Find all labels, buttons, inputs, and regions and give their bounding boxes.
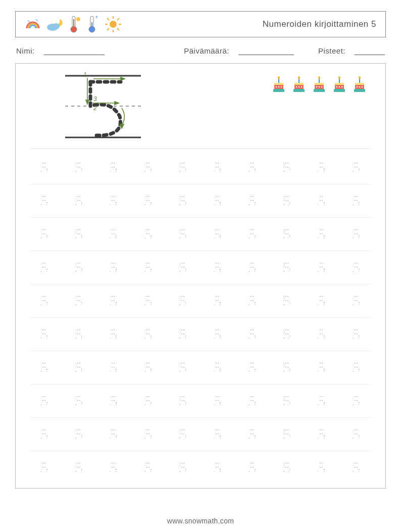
practice-cell[interactable]: 5 [31, 225, 58, 244]
practice-cell[interactable]: 5 [343, 292, 370, 310]
practice-cell[interactable]: 5 [31, 392, 58, 410]
practice-cell[interactable]: 5 [343, 258, 370, 277]
practice-cell[interactable]: 5 [274, 292, 301, 310]
practice-cell[interactable]: 5 [274, 458, 301, 477]
practice-cell[interactable]: 5 [100, 358, 127, 377]
practice-cell[interactable]: 5 [135, 425, 162, 444]
practice-cell[interactable]: 5 [31, 458, 58, 477]
practice-cell[interactable]: 5 [66, 225, 93, 244]
practice-cell[interactable]: 5 [100, 225, 127, 244]
practice-cell[interactable]: 5 [170, 325, 197, 344]
practice-cell[interactable]: 5 [31, 292, 58, 310]
practice-cell[interactable]: 5 [343, 325, 370, 344]
practice-cell[interactable]: 5 [274, 325, 301, 344]
practice-cell[interactable]: 5 [100, 158, 127, 177]
practice-cell[interactable]: 5 [239, 158, 266, 177]
practice-cell[interactable]: 5 [100, 458, 127, 477]
practice-cell[interactable]: 5 [135, 358, 162, 377]
practice-cell[interactable]: 5 [31, 325, 58, 344]
practice-cell[interactable]: 5 [308, 292, 335, 310]
name-blank[interactable] [44, 46, 105, 55]
practice-cell[interactable]: 5 [204, 392, 231, 410]
practice-cell[interactable]: 5 [274, 392, 301, 410]
practice-cell[interactable]: 5 [204, 358, 231, 377]
practice-cell[interactable]: 5 [135, 191, 162, 210]
practice-cell[interactable]: 5 [66, 358, 93, 377]
practice-cell[interactable]: 5 [274, 358, 301, 377]
practice-cell[interactable]: 5 [274, 258, 301, 277]
practice-cell[interactable]: 5 [204, 425, 231, 444]
practice-cell[interactable]: 5 [308, 392, 335, 410]
practice-cell[interactable]: 5 [135, 258, 162, 277]
practice-cell[interactable]: 5 [100, 292, 127, 310]
practice-cell[interactable]: 5 [239, 392, 266, 410]
practice-cell[interactable]: 5 [66, 392, 93, 410]
practice-cell[interactable]: 5 [308, 358, 335, 377]
practice-cell[interactable]: 5 [239, 191, 266, 210]
practice-cell[interactable]: 5 [239, 458, 266, 477]
practice-cell[interactable]: 5 [308, 458, 335, 477]
practice-cell[interactable]: 5 [31, 158, 58, 177]
practice-cell[interactable]: 5 [343, 425, 370, 444]
practice-cell[interactable]: 5 [239, 358, 266, 377]
practice-cell[interactable]: 5 [308, 158, 335, 177]
practice-cell[interactable]: 5 [170, 258, 197, 277]
practice-cell[interactable]: 5 [343, 358, 370, 377]
practice-cell[interactable]: 5 [100, 392, 127, 410]
practice-cell[interactable]: 5 [204, 292, 231, 310]
practice-cell[interactable]: 5 [239, 425, 266, 444]
practice-cell[interactable]: 5 [308, 191, 335, 210]
practice-cell[interactable]: 5 [31, 258, 58, 277]
practice-cell[interactable]: 5 [239, 225, 266, 244]
practice-cell[interactable]: 5 [66, 191, 93, 210]
practice-cell[interactable]: 5 [100, 425, 127, 444]
practice-cell[interactable]: 5 [135, 158, 162, 177]
practice-cell[interactable]: 5 [66, 158, 93, 177]
practice-cell[interactable]: 5 [308, 425, 335, 444]
practice-cell[interactable]: 5 [100, 191, 127, 210]
practice-cell[interactable]: 5 [135, 225, 162, 244]
practice-cell[interactable]: 5 [274, 191, 301, 210]
practice-grid[interactable]: 5555555555555555555555555555555555555555… [30, 151, 371, 484]
practice-cell[interactable]: 5 [274, 158, 301, 177]
practice-cell[interactable]: 5 [170, 225, 197, 244]
practice-cell[interactable]: 5 [239, 325, 266, 344]
practice-cell[interactable]: 5 [170, 425, 197, 444]
practice-cell[interactable]: 5 [308, 225, 335, 244]
practice-cell[interactable]: 5 [170, 292, 197, 310]
practice-cell[interactable]: 5 [135, 292, 162, 310]
score-blank[interactable] [355, 46, 385, 55]
practice-cell[interactable]: 5 [170, 458, 197, 477]
practice-cell[interactable]: 5 [66, 258, 93, 277]
practice-cell[interactable]: 5 [135, 325, 162, 344]
practice-cell[interactable]: 5 [31, 425, 58, 444]
practice-cell[interactable]: 5 [135, 392, 162, 410]
practice-cell[interactable]: 5 [204, 158, 231, 177]
practice-cell[interactable]: 5 [170, 158, 197, 177]
practice-cell[interactable]: 5 [170, 191, 197, 210]
practice-cell[interactable]: 5 [135, 458, 162, 477]
practice-cell[interactable]: 5 [343, 158, 370, 177]
practice-cell[interactable]: 5 [239, 292, 266, 310]
practice-cell[interactable]: 5 [66, 292, 93, 310]
practice-cell[interactable]: 5 [31, 191, 58, 210]
practice-cell[interactable]: 5 [343, 392, 370, 410]
practice-cell[interactable]: 5 [100, 325, 127, 344]
date-blank[interactable] [238, 46, 294, 55]
practice-cell[interactable]: 5 [308, 258, 335, 277]
practice-cell[interactable]: 5 [170, 392, 197, 410]
practice-cell[interactable]: 5 [274, 225, 301, 244]
practice-cell[interactable]: 5 [204, 258, 231, 277]
practice-cell[interactable]: 5 [66, 325, 93, 344]
practice-cell[interactable]: 5 [343, 458, 370, 477]
practice-cell[interactable]: 5 [66, 458, 93, 477]
practice-cell[interactable]: 5 [204, 191, 231, 210]
practice-cell[interactable]: 5 [204, 325, 231, 344]
practice-cell[interactable]: 5 [308, 325, 335, 344]
practice-cell[interactable]: 5 [239, 258, 266, 277]
practice-cell[interactable]: 5 [100, 258, 127, 277]
practice-cell[interactable]: 5 [204, 225, 231, 244]
practice-cell[interactable]: 5 [274, 425, 301, 444]
practice-cell[interactable]: 5 [204, 458, 231, 477]
practice-cell[interactable]: 5 [343, 191, 370, 210]
